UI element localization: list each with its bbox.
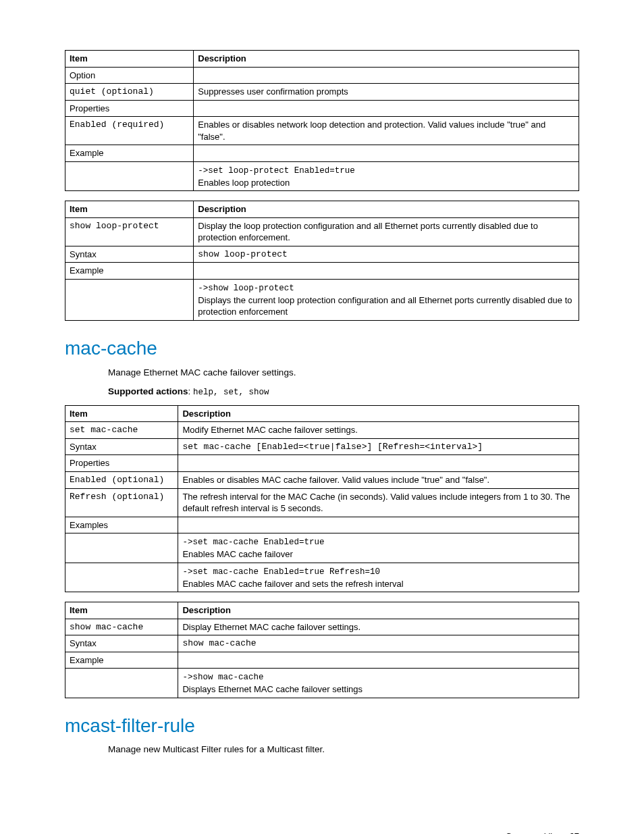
cell-syntax-val: show loop-protect: [194, 246, 579, 263]
row-syntax: Syntax: [65, 246, 194, 263]
header-item: Item: [65, 201, 194, 218]
example-cmd: ->show loop-protect: [198, 284, 294, 293]
cell-example: ->set loop-protect Enabled=true Enables …: [194, 161, 579, 190]
cell-refresh-desc: The refresh interval for the MAC Cache (…: [178, 488, 579, 517]
row-option: Option: [65, 67, 194, 84]
cell-show-item: show mac-cache: [65, 619, 178, 635]
row-example: Example: [65, 263, 194, 280]
table-loop-protect-show: Item Description show loop-protect Displ…: [65, 201, 579, 321]
example-desc: Enables MAC cache failover: [182, 549, 292, 559]
supported-vals: help, set, show: [193, 388, 269, 397]
row-example: Example: [65, 145, 194, 162]
section-title-mac-cache: mac-cache: [65, 336, 579, 361]
example-cmd: ->show mac-cache: [182, 673, 263, 682]
row-syntax: Syntax: [65, 635, 178, 652]
row-examples: Examples: [65, 517, 178, 533]
table-mac-cache-show: Item Description show mac-cache Display …: [65, 602, 579, 698]
cell-set-item: set mac-cache: [65, 422, 178, 439]
cell-show-item: show loop-protect: [65, 217, 194, 246]
example-desc: Enables loop protection: [198, 178, 290, 188]
cell-example2: ->set mac-cache Enabled=true Refresh=10 …: [178, 563, 579, 592]
example-cmd: ->set mac-cache Enabled=true: [182, 538, 324, 547]
cell-show-desc: Display Ethernet MAC cache failover sett…: [178, 619, 579, 635]
section-desc-mcast: Manage new Multicast Filter rules for a …: [108, 744, 579, 756]
section-title-mcast: mcast-filter-rule: [65, 713, 579, 739]
cell-syntax-val: show mac-cache: [178, 635, 579, 652]
cell-example1: ->set mac-cache Enabled=true Enables MAC…: [178, 533, 579, 563]
row-properties: Properties: [65, 100, 194, 117]
supported-actions: Supported actions: help, set, show: [108, 386, 579, 398]
header-item: Item: [65, 405, 178, 422]
cell-quiet-desc: Suppresses user confirmation prompts: [194, 84, 579, 101]
cell-enabled-item: Enabled (optional): [65, 472, 178, 489]
page-footer: Command line 67: [65, 831, 579, 834]
row-properties: Properties: [65, 455, 178, 472]
cell-refresh-item: Refresh (optional): [65, 488, 178, 517]
cell-example: ->show mac-cache Displays Ethernet MAC c…: [178, 669, 579, 698]
table-mac-cache-set: Item Description set mac-cache Modify Et…: [65, 405, 579, 592]
row-syntax: Syntax: [65, 438, 178, 455]
cell-enabled-desc: Enables or disables MAC cache failover. …: [178, 472, 579, 489]
cell-show-desc: Display the loop protection configuratio…: [194, 217, 579, 246]
table-loop-protect-set: Item Description Option quiet (optional)…: [65, 50, 579, 191]
header-desc: Description: [178, 405, 579, 422]
header-desc: Description: [178, 602, 579, 619]
cell-set-desc: Modify Ethernet MAC cache failover setti…: [178, 422, 579, 439]
example-desc: Displays Ethernet MAC cache failover set…: [182, 684, 363, 694]
cell-enabled-desc: Enables or disables network loop detecti…: [194, 117, 579, 145]
header-item: Item: [65, 51, 194, 68]
header-desc: Description: [194, 201, 579, 218]
footer-label: Command line: [506, 831, 562, 834]
row-example: Example: [65, 652, 178, 669]
section-desc-mac-cache: Manage Ethernet MAC cache failover setti…: [108, 367, 579, 379]
cell-example: ->show loop-protect Displays the current…: [194, 279, 579, 320]
cell-syntax-val: set mac-cache [Enabled=<true|false>] [Re…: [178, 438, 579, 455]
example-desc: Enables MAC cache failover and sets the …: [182, 579, 403, 589]
cell-quiet-item: quiet (optional): [65, 84, 194, 101]
example-cmd: ->set mac-cache Enabled=true Refresh=10: [182, 567, 380, 577]
example-cmd: ->set loop-protect Enabled=true: [198, 166, 355, 176]
example-desc: Displays the current loop protection con…: [198, 295, 572, 317]
supported-label: Supported actions: [108, 386, 188, 396]
header-desc: Description: [194, 51, 579, 68]
header-item: Item: [65, 602, 178, 619]
footer-page: 67: [570, 831, 579, 834]
cell-enabled-item: Enabled (required): [65, 117, 194, 145]
